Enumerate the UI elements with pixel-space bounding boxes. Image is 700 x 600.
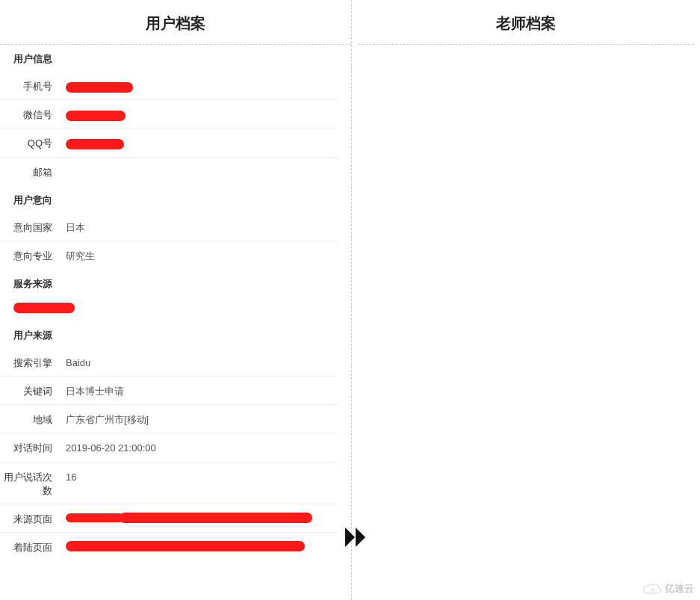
row-chattime: 对话时间 2019-06-20 21:00:00 — [0, 433, 338, 462]
major-label: 意向专业 — [0, 247, 66, 263]
major-value: 研究生 — [66, 247, 338, 263]
country-label: 意向国家 — [0, 219, 66, 235]
srcpage-value — [66, 510, 338, 525]
user-profile-panel: 用户档案 用户信息 手机号 微信号 QQ号 邮箱 用户意向 — [0, 0, 351, 600]
row-speakcount: 用户说话次数 16 — [0, 463, 338, 504]
phone-label: 手机号 — [0, 78, 66, 93]
country-value: 日本 — [66, 219, 338, 235]
section-intention-header: 用户意向 — [0, 186, 351, 213]
keyword-value: 日本博士申请 — [66, 383, 338, 398]
speakcount-value: 16 — [66, 468, 338, 484]
wechat-value — [66, 106, 338, 122]
chattime-label: 对话时间 — [0, 439, 66, 455]
section-user-info: 手机号 微信号 QQ号 邮箱 — [0, 72, 351, 186]
redacted-value — [13, 303, 75, 313]
teacher-profile-panel: 老师档案 — [351, 0, 700, 600]
redacted-value — [66, 111, 126, 121]
engine-value: Baidu — [66, 354, 338, 370]
row-phone: 手机号 — [0, 72, 338, 100]
phone-value — [66, 78, 338, 93]
row-landpage: 着陆页面 — [0, 533, 338, 561]
row-service-src — [0, 297, 351, 321]
section-service-header: 服务来源 — [0, 270, 351, 297]
region-value: 广东省广州市[移动] — [66, 411, 338, 427]
svg-point-0 — [651, 588, 654, 591]
email-label: 邮箱 — [0, 164, 66, 179]
email-value — [66, 164, 338, 166]
srcpage-label: 来源页面 — [0, 510, 66, 526]
user-profile-title: 用户档案 — [0, 0, 351, 45]
row-keyword: 关键词 日本博士申请 — [0, 377, 338, 405]
redacted-value — [66, 139, 124, 149]
row-email: 邮箱 — [0, 158, 338, 186]
region-label: 地域 — [0, 411, 66, 427]
watermark-text: 亿速云 — [665, 582, 694, 596]
section-user-info-header: 用户信息 — [0, 45, 351, 72]
row-major: 意向专业 研究生 — [0, 241, 338, 270]
keyword-label: 关键词 — [0, 383, 66, 398]
wechat-label: 微信号 — [0, 106, 66, 122]
redacted-value — [66, 541, 305, 551]
engine-label: 搜索引擎 — [0, 354, 66, 370]
row-qq: QQ号 — [0, 129, 338, 157]
landpage-value — [66, 539, 338, 551]
cloud-icon — [642, 582, 662, 596]
redacted-value — [66, 82, 133, 93]
qq-value — [66, 134, 338, 150]
section-user-source-header: 用户来源 — [0, 321, 351, 348]
row-wechat: 微信号 — [0, 100, 338, 129]
teacher-profile-title: 老师档案 — [358, 0, 694, 45]
qq-label: QQ号 — [0, 134, 66, 150]
row-region: 地域 广东省广州市[移动] — [0, 405, 338, 433]
row-country: 意向国家 日本 — [0, 213, 338, 241]
section-user-source: 搜索引擎 Baidu 关键词 日本博士申请 地域 广东省广州市[移动] 对话时间… — [0, 348, 351, 561]
section-intention: 意向国家 日本 意向专业 研究生 — [0, 213, 351, 270]
row-engine: 搜索引擎 Baidu — [0, 348, 338, 377]
speakcount-label: 用户说话次数 — [0, 468, 66, 498]
landpage-label: 着陆页面 — [0, 539, 66, 554]
chattime-value: 2019-06-20 21:00:00 — [66, 439, 338, 455]
watermark: 亿速云 — [642, 582, 694, 596]
row-srcpage: 来源页面 — [0, 504, 338, 533]
double-arrow-icon — [344, 526, 370, 548]
redacted-value — [66, 513, 338, 525]
